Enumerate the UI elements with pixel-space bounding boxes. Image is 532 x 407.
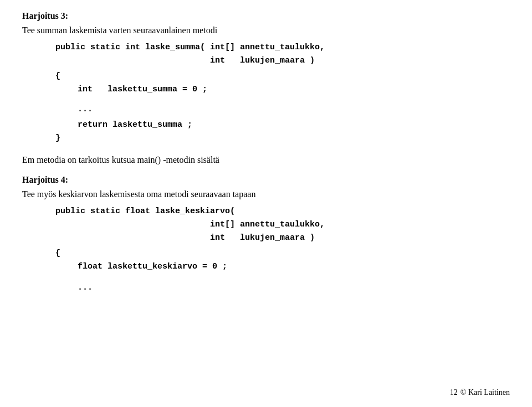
exercise-4-code: public static float laske_keskiarvo( int… [55,205,510,245]
page-number: 12 [450,388,458,397]
exercise-4-title: Harjoitus 4: [22,175,510,185]
ex4-code-line-1: public static float laske_keskiarvo( [55,205,510,218]
inner-line-1: int laskettu_summa = 0 ; [78,83,510,96]
brace-open-2: { [55,247,510,260]
exercise-4-block: Harjoitus 4: Tee myös keskiarvon laskemi… [22,175,510,295]
copyright-text: © Kari Laitinen [461,388,510,397]
exercise-3-note: Em metodia on tarkoitus kutsua main() -m… [22,155,510,165]
dots-2: ... [78,281,510,295]
ex4-code-line-3: int lukujen_maara ) [55,231,510,245]
code-line-2: int lukujen_maara ) [55,54,510,68]
ex4-inner-line-1: float laskettu_keskiarvo = 0 ; [78,260,510,274]
page-content: Harjoitus 3: Tee summan laskemista varte… [22,11,510,295]
ex4-code-line-2: int[] annettu_taulukko, [55,218,510,231]
dots-1: ... [78,103,510,116]
code-line-1: public static int laske_summa( int[] ann… [55,41,510,54]
exercise-3-block: Harjoitus 3: Tee summan laskemista varte… [22,11,510,165]
exercise-3-description: Tee summan laskemista varten seuraavanla… [22,25,510,35]
footer-copyright: 12 © Kari Laitinen [450,388,510,397]
footer: 12 © Kari Laitinen [450,388,510,397]
brace-close-1: } [55,132,510,145]
exercise-3-code: public static int laske_summa( int[] ann… [55,41,510,68]
exercise-4-description: Tee myös keskiarvon laskemisesta oma met… [22,189,510,199]
brace-open-1: { [55,70,510,83]
exercise-3-title: Harjoitus 3: [22,11,510,21]
return-line: return laskettu_summa ; [78,119,510,132]
